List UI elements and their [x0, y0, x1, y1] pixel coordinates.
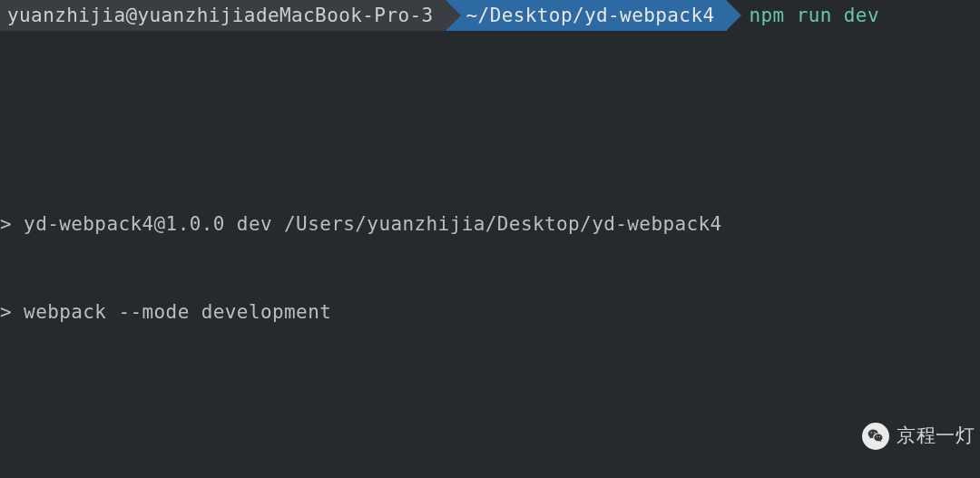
wechat-icon	[862, 423, 889, 450]
npm-script-line-2: > webpack --mode development	[0, 298, 980, 327]
user-host-text: yuanzhijia@yuanzhijiadeMacBook-Pro-3	[7, 1, 434, 31]
prompt-user-host: yuanzhijia@yuanzhijiadeMacBook-Pro-3	[0, 0, 446, 31]
path-text: ~/Desktop/yd-webpack4	[466, 1, 715, 31]
watermark: 京程一灯	[862, 421, 975, 451]
terminal-output: > yd-webpack4@1.0.0 dev /Users/yuanzhiji…	[0, 31, 980, 478]
npm-script-line-1: > yd-webpack4@1.0.0 dev /Users/yuanzhiji…	[0, 210, 980, 239]
command-text: npm run dev	[749, 1, 878, 31]
command-input-area[interactable]: npm run dev	[727, 0, 878, 31]
prompt-path: ~/Desktop/yd-webpack4	[446, 0, 728, 31]
watermark-text: 京程一灯	[897, 421, 975, 451]
shell-prompt: yuanzhijia@yuanzhijiadeMacBook-Pro-3 ~/D…	[0, 0, 980, 31]
